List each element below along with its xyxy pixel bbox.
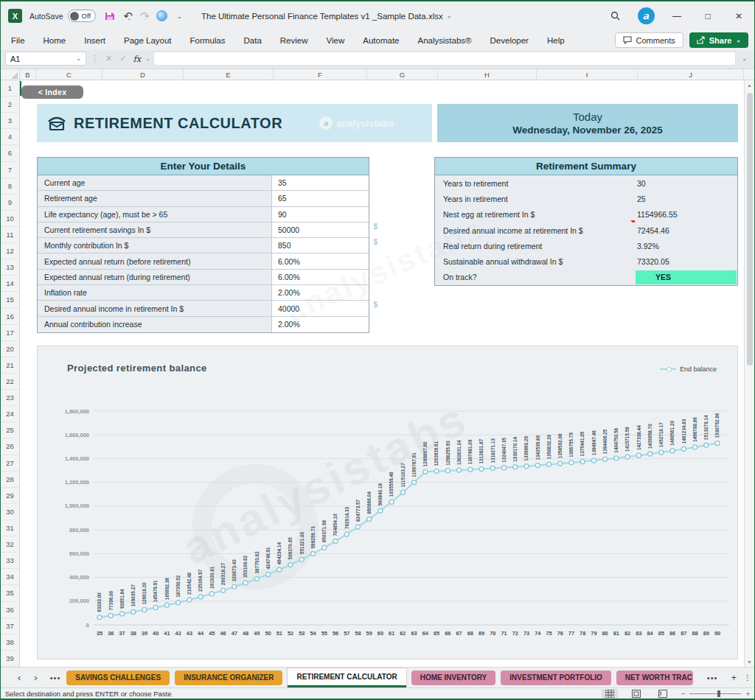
confirm-entry-icon[interactable]: ✓	[117, 54, 128, 63]
zoom-out-icon[interactable]: −	[681, 690, 686, 698]
sheet-tab-home-inventory[interactable]: HOME INVENTORY	[411, 671, 496, 685]
row-header-31[interactable]: 31	[1, 520, 19, 536]
zoom-slider[interactable]	[689, 693, 741, 694]
row-header-38[interactable]: 38	[1, 634, 19, 651]
row-header-25[interactable]: 25	[1, 422, 19, 438]
row-header-2[interactable]: 2	[1, 97, 19, 113]
autosave-toggle[interactable]: Off	[68, 10, 96, 22]
close-button[interactable]: ✕	[723, 1, 754, 30]
vertical-scroll-thumb[interactable]	[747, 93, 753, 365]
ribbon-tab-insert[interactable]: Insert	[84, 36, 105, 45]
new-sheet-icon[interactable]: +	[731, 672, 737, 683]
minimize-button[interactable]: —	[661, 1, 692, 30]
row-header-7[interactable]: 7	[1, 162, 19, 178]
details-value[interactable]: 2.00%	[272, 317, 369, 332]
column-header-j[interactable]: J	[638, 69, 744, 80]
ribbon-tab-home[interactable]: Home	[44, 36, 66, 45]
column-header-e[interactable]: E	[184, 69, 274, 80]
row-header-30[interactable]: 30	[1, 504, 19, 520]
sheet-tab-investment-portfolio[interactable]: INVESTMENT PORTFOLIO	[501, 671, 611, 685]
row-header-20[interactable]: 20	[1, 341, 19, 357]
details-value[interactable]: 90	[272, 207, 369, 222]
row-header-8[interactable]: 8	[1, 178, 19, 195]
row-header-13[interactable]: 13	[1, 259, 19, 276]
row-header-10[interactable]: 10	[1, 211, 19, 227]
name-box-dropdown-icon[interactable]: ⌄	[76, 55, 81, 62]
row-header-36[interactable]: 36	[1, 602, 19, 618]
row-header-16[interactable]: 16	[1, 309, 19, 325]
sheet-tab-retirement-calculator[interactable]: RETIREMENT CALCULATOR	[288, 668, 406, 687]
row-header-21[interactable]: 21	[1, 357, 19, 374]
details-value[interactable]: 40000	[272, 301, 369, 315]
details-value[interactable]: 6.00%	[272, 253, 369, 268]
row-header-11[interactable]: 11	[1, 227, 19, 243]
row-header-1[interactable]: 1	[1, 80, 19, 97]
column-header-f[interactable]: F	[274, 69, 367, 80]
projected-balance-chart-card[interactable]: analysistabs 0200,000400,000600,000800,0…	[37, 346, 738, 659]
document-title[interactable]: The Ultimate Personal Finance Templates …	[201, 12, 451, 21]
row-header-37[interactable]: 37	[1, 618, 19, 634]
row-header-15[interactable]: 15	[1, 292, 19, 308]
worksheet-cells[interactable]: < Index RETIREMENT CALCULATOR a analysis…	[20, 80, 744, 667]
fx-dropdown-icon[interactable]: ⌄	[145, 55, 150, 62]
ribbon-tab-review[interactable]: Review	[280, 36, 308, 45]
column-header-c[interactable]: C	[36, 69, 102, 80]
name-box[interactable]: A1 ⌄	[5, 52, 86, 66]
row-header-33[interactable]: 33	[1, 553, 19, 569]
all-sheets-icon[interactable]: •••	[44, 673, 67, 682]
row-header-39[interactable]: 39	[1, 651, 19, 667]
tab-options-icon[interactable]: ⋮	[744, 673, 751, 682]
row-header-9[interactable]: 9	[1, 195, 19, 211]
sheet-tab-insurance-organizer[interactable]: INSURANCE ORGANIZER	[175, 671, 282, 685]
normal-view-icon[interactable]	[602, 689, 618, 699]
title-dropdown-icon[interactable]: ⌄	[447, 13, 452, 19]
column-header-h[interactable]: H	[438, 69, 537, 80]
row-header-17[interactable]: 17	[1, 325, 19, 341]
search-icon[interactable]	[599, 1, 630, 30]
ribbon-tab-help[interactable]: Help	[547, 36, 565, 45]
comments-button[interactable]: Comments	[615, 32, 683, 48]
row-header-4[interactable]: 4	[1, 129, 19, 145]
details-value[interactable]: 35	[272, 175, 369, 190]
row-header-22[interactable]: 22	[1, 374, 19, 390]
zoom-slider-handle[interactable]	[717, 690, 720, 697]
row-header-29[interactable]: 29	[1, 488, 19, 504]
ribbon-tab-data[interactable]: Data	[244, 36, 262, 45]
ribbon-tab-file[interactable]: File	[11, 36, 25, 45]
row-header-26[interactable]: 26	[1, 438, 19, 455]
customize-qat-icon[interactable]: ⌄	[176, 13, 182, 20]
row-header-23[interactable]: 23	[1, 390, 19, 406]
ribbon-tab-automate[interactable]: Automate	[363, 36, 399, 45]
details-value[interactable]: 850	[272, 238, 369, 253]
row-header-14[interactable]: 14	[1, 276, 19, 292]
details-value[interactable]: 6.00%	[272, 270, 369, 284]
ribbon-tab-developer[interactable]: Developer	[490, 36, 529, 45]
column-header-d[interactable]: D	[102, 69, 184, 80]
row-header-12[interactable]: 12	[1, 243, 19, 259]
next-sheet-icon[interactable]: ›	[27, 672, 44, 683]
row-header-34[interactable]: 34	[1, 569, 19, 585]
copilot-icon[interactable]	[156, 10, 167, 21]
select-all-corner[interactable]	[1, 69, 20, 80]
scroll-up-icon[interactable]: ▲	[747, 80, 752, 90]
page-break-view-icon[interactable]	[655, 689, 671, 699]
prev-sheet-icon[interactable]: ‹	[11, 672, 27, 683]
more-sheets-icon[interactable]: •••	[701, 673, 724, 682]
row-header-6[interactable]: 6	[1, 145, 19, 161]
row-header-3[interactable]: 3	[1, 113, 19, 129]
row-header-32[interactable]: 32	[1, 536, 19, 553]
ribbon-tab-page-layout[interactable]: Page Layout	[124, 36, 172, 45]
scroll-down-icon[interactable]: ▼	[747, 657, 752, 667]
insert-function-icon[interactable]: fx	[131, 54, 142, 64]
share-button[interactable]: Share ⌄	[689, 32, 748, 48]
save-icon[interactable]	[105, 11, 115, 21]
details-value[interactable]: 65	[272, 191, 369, 206]
maximize-button[interactable]: □	[692, 1, 723, 30]
row-header-27[interactable]: 27	[1, 455, 19, 472]
column-header-g[interactable]: G	[367, 69, 438, 80]
undo-icon[interactable]: ↶⌄	[124, 10, 131, 23]
formula-input[interactable]	[153, 52, 736, 66]
details-value[interactable]: 2.00%	[272, 285, 369, 300]
sheet-tab-savings-challenges[interactable]: SAVINGS CHALLENGES	[66, 671, 170, 685]
sheet-tab-net-worth-trac[interactable]: NET WORTH TRAC	[616, 671, 693, 685]
